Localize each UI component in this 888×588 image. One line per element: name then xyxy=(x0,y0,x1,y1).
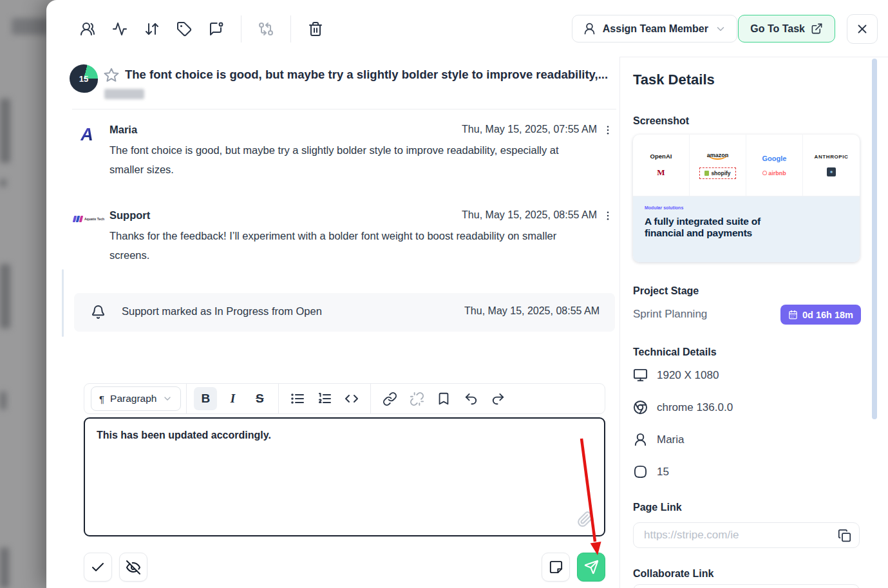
comment-menu-button[interactable] xyxy=(601,123,615,137)
resolution-value: 1920 X 1080 xyxy=(657,369,719,382)
maersk-logo-icon: ✶ xyxy=(827,167,836,176)
screenshot-logo-grid: OpenAI M amazon shopify Google airbnb AN… xyxy=(633,135,860,196)
feedback-count-badge: 15 xyxy=(70,64,98,93)
redo-button[interactable] xyxy=(486,387,509,410)
comment-body: Thanks for the feedback! I’ll experiment… xyxy=(109,226,596,265)
toolbar-separator xyxy=(241,15,241,43)
comment-timestamp: Thu, May 15, 2025, 08:55 AM xyxy=(462,208,597,222)
assign-team-member-button[interactable]: Assign Team Member xyxy=(572,15,737,43)
task-dialog: Assign Team Member Go To Task 15 The fon… xyxy=(46,0,888,588)
note-button[interactable] xyxy=(542,553,570,582)
unlink-button[interactable] xyxy=(405,387,428,410)
airbnb-icon xyxy=(762,171,767,175)
notification-timestamp: Thu, May 15, 2025, 08:55 AM xyxy=(464,305,600,317)
editor-separator xyxy=(278,384,279,413)
copy-icon[interactable] xyxy=(838,529,851,542)
amazon-logo: amazon xyxy=(707,152,729,160)
assignees-button[interactable] xyxy=(76,16,99,42)
background-blurred-block xyxy=(0,99,10,163)
project-stage-label: Project Stage xyxy=(633,285,699,297)
go-to-task-button[interactable]: Go To Task xyxy=(738,15,835,43)
favorite-star-icon[interactable] xyxy=(103,67,120,84)
shopify-logo-highlighted: shopify xyxy=(699,167,735,179)
paragraph-style-dropdown[interactable]: ¶ Paragraph xyxy=(91,386,181,411)
time-remaining-value: 0d 16h 18m xyxy=(802,310,853,320)
editor-separator xyxy=(186,384,187,413)
comment-support: Aquatix Tech Support Thu, May 15, 2025, … xyxy=(72,208,616,265)
chevron-down-icon xyxy=(715,23,726,35)
code-button[interactable] xyxy=(340,387,363,410)
background-blurred-block xyxy=(0,179,6,187)
go-to-task-label: Go To Task xyxy=(750,23,805,35)
background-blurred-header xyxy=(12,18,49,35)
task-details-panel: Task Details Screenshot OpenAI M amazon … xyxy=(619,57,888,588)
monitor-icon xyxy=(633,368,648,383)
italic-button[interactable]: I xyxy=(221,387,244,410)
collaborate-link-label: Collaborate Link xyxy=(633,568,713,580)
person-icon xyxy=(583,22,596,35)
page-link-input[interactable] xyxy=(634,523,859,547)
link-button[interactable] xyxy=(378,387,401,410)
user-icon xyxy=(633,432,648,447)
pilcrow-icon: ¶ xyxy=(99,394,104,404)
panel-title: Task Details xyxy=(633,71,715,88)
comment-button[interactable] xyxy=(205,16,228,42)
send-button[interactable] xyxy=(577,553,605,582)
strikethrough-button[interactable]: S xyxy=(248,387,271,410)
bold-button[interactable]: B xyxy=(194,387,217,410)
sort-button[interactable] xyxy=(140,16,164,42)
comment-body: The font choice is good, but maybe try a… xyxy=(109,140,596,179)
reporter-row: Maria xyxy=(633,432,685,447)
compare-button[interactable] xyxy=(254,16,278,42)
calendar-icon xyxy=(788,310,798,319)
external-link-icon xyxy=(811,23,823,35)
resolve-button[interactable] xyxy=(84,553,112,582)
google-logo: Google xyxy=(762,155,787,162)
hide-button[interactable] xyxy=(119,553,147,582)
editor-textarea[interactable]: This has been updated accordingly. xyxy=(84,417,605,536)
background-blurred-block xyxy=(0,392,6,410)
toolbar-separator xyxy=(290,15,291,43)
avatar-support-logo: Aquatix Tech xyxy=(73,213,109,225)
chrome-icon xyxy=(633,400,648,415)
collaborate-link-input[interactable] xyxy=(634,585,859,588)
reply-editor: ¶ Paragraph B I S xyxy=(84,383,605,536)
undo-button[interactable] xyxy=(459,387,482,410)
bullet-list-button[interactable] xyxy=(286,387,309,410)
resolution-row: 1920 X 1080 xyxy=(633,368,719,383)
technical-details-label: Technical Details xyxy=(633,346,717,358)
thread-title: The font choice is good, but maybe try a… xyxy=(125,68,614,82)
comment-maria: A Maria Thu, May 15, 2025, 07:55 AM The … xyxy=(72,122,616,179)
anthropic-logo: ANTHROPIC xyxy=(815,154,849,160)
bell-icon xyxy=(91,305,106,319)
close-button[interactable] xyxy=(847,14,878,44)
close-icon xyxy=(855,22,869,36)
comment-menu-button[interactable] xyxy=(601,209,615,223)
chevron-down-icon xyxy=(162,394,173,404)
page-link-label: Page Link xyxy=(633,502,682,513)
ordered-list-button[interactable] xyxy=(313,387,336,410)
shopify-bag-icon xyxy=(704,171,709,176)
delete-button[interactable] xyxy=(304,16,327,42)
sidebar-scrollbar[interactable] xyxy=(872,59,877,419)
screenshot-eyebrow: Modular solutions xyxy=(645,205,860,210)
airbnb-logo: airbnb xyxy=(762,170,786,176)
avatar-maria: A xyxy=(76,125,98,147)
tag-button[interactable] xyxy=(173,16,196,42)
page-link-field xyxy=(633,522,860,548)
bookmark-button[interactable] xyxy=(432,387,455,410)
screenshot-hero: Modular solutions A fully integrated sui… xyxy=(633,196,860,262)
browser-row: chrome 136.0.0 xyxy=(633,400,733,415)
activity-button[interactable] xyxy=(108,16,131,42)
screenshot-thumbnail[interactable]: OpenAI M amazon shopify Google airbnb AN… xyxy=(633,135,860,262)
editor-toolbar: ¶ Paragraph B I S xyxy=(84,383,605,414)
thread-header: 15 The font choice is good, but maybe tr… xyxy=(72,61,616,109)
editor-separator xyxy=(370,384,371,413)
paragraph-label: Paragraph xyxy=(110,393,156,404)
comment-timestamp: Thu, May 15, 2025, 07:55 AM xyxy=(462,122,597,137)
count-row: 15 xyxy=(633,464,669,479)
thread-scrollbar[interactable] xyxy=(62,269,64,337)
redacted-author xyxy=(104,89,144,99)
time-remaining-badge: 0d 16h 18m xyxy=(780,305,861,325)
attachment-paperclip-icon[interactable] xyxy=(577,511,594,527)
